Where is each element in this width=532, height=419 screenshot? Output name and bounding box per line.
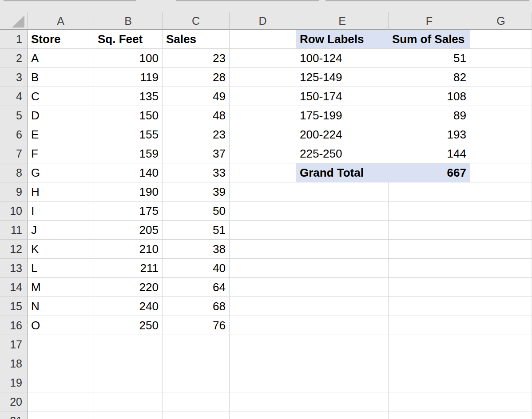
column-header-E[interactable]: E bbox=[296, 12, 389, 30]
cell-B21[interactable] bbox=[94, 411, 163, 419]
cell-D19[interactable] bbox=[230, 373, 296, 392]
cell-D1[interactable] bbox=[230, 30, 296, 49]
cell-B13[interactable]: 211 bbox=[94, 259, 163, 278]
cell-F14[interactable] bbox=[389, 278, 470, 297]
cell-A19[interactable] bbox=[28, 373, 94, 392]
cell-G6[interactable] bbox=[470, 125, 532, 144]
cell-E1[interactable]: Row Labels bbox=[296, 30, 389, 49]
cell-G11[interactable] bbox=[470, 221, 532, 240]
cell-C8[interactable]: 33 bbox=[163, 163, 230, 182]
row-header-20[interactable]: 20 bbox=[0, 392, 28, 411]
cell-C10[interactable]: 50 bbox=[163, 202, 230, 221]
cell-B19[interactable] bbox=[94, 373, 163, 392]
cell-E18[interactable] bbox=[296, 354, 389, 373]
cell-G16[interactable] bbox=[470, 316, 532, 335]
cell-F18[interactable] bbox=[389, 354, 470, 373]
row-header-1[interactable]: 1 bbox=[0, 30, 28, 49]
cell-E21[interactable] bbox=[296, 411, 389, 419]
cell-D20[interactable] bbox=[230, 392, 296, 411]
cell-F2[interactable]: 51 bbox=[389, 49, 470, 68]
cell-G21[interactable] bbox=[470, 411, 532, 419]
cell-A14[interactable]: M bbox=[28, 278, 94, 297]
cell-B8[interactable]: 140 bbox=[94, 163, 163, 182]
column-header-D[interactable]: D bbox=[230, 12, 296, 30]
cell-G4[interactable] bbox=[470, 87, 532, 106]
row-header-13[interactable]: 13 bbox=[0, 259, 28, 278]
cell-C21[interactable] bbox=[163, 411, 230, 419]
cell-B2[interactable]: 100 bbox=[94, 49, 163, 68]
cell-B16[interactable]: 250 bbox=[94, 316, 163, 335]
cell-G2[interactable] bbox=[470, 49, 532, 68]
cell-F7[interactable]: 144 bbox=[389, 144, 470, 163]
cell-C3[interactable]: 28 bbox=[163, 68, 230, 87]
cell-B7[interactable]: 159 bbox=[94, 144, 163, 163]
cell-G8[interactable] bbox=[470, 163, 532, 182]
cell-C4[interactable]: 49 bbox=[163, 87, 230, 106]
column-header-G[interactable]: G bbox=[470, 12, 532, 30]
row-header-16[interactable]: 16 bbox=[0, 316, 28, 335]
cell-A9[interactable]: H bbox=[28, 182, 94, 202]
cell-F1[interactable]: Sum of Sales bbox=[389, 30, 470, 49]
cell-D6[interactable] bbox=[230, 125, 296, 144]
cell-A4[interactable]: C bbox=[28, 87, 94, 106]
select-all-button[interactable] bbox=[0, 12, 28, 30]
cell-C20[interactable] bbox=[163, 392, 230, 411]
cell-C12[interactable]: 38 bbox=[163, 240, 230, 259]
cell-D4[interactable] bbox=[230, 87, 296, 106]
cell-B5[interactable]: 150 bbox=[94, 106, 163, 125]
cell-F3[interactable]: 82 bbox=[389, 68, 470, 87]
cell-F19[interactable] bbox=[389, 373, 470, 392]
row-header-10[interactable]: 10 bbox=[0, 202, 28, 221]
cell-C19[interactable] bbox=[163, 373, 230, 392]
cell-G19[interactable] bbox=[470, 373, 532, 392]
cell-B1[interactable]: Sq. Feet bbox=[94, 30, 163, 49]
row-header-15[interactable]: 15 bbox=[0, 297, 28, 316]
cell-C15[interactable]: 68 bbox=[163, 297, 230, 316]
cell-E8[interactable]: Grand Total bbox=[296, 163, 389, 182]
cell-E11[interactable] bbox=[296, 221, 389, 240]
row-header-11[interactable]: 11 bbox=[0, 221, 28, 240]
cell-D2[interactable] bbox=[230, 49, 296, 68]
cell-F4[interactable]: 108 bbox=[389, 87, 470, 106]
column-header-A[interactable]: A bbox=[28, 12, 94, 30]
cell-E17[interactable] bbox=[296, 335, 389, 354]
cell-D13[interactable] bbox=[230, 259, 296, 278]
cell-G1[interactable] bbox=[470, 30, 532, 49]
column-header-F[interactable]: F bbox=[389, 12, 470, 30]
cell-D17[interactable] bbox=[230, 335, 296, 354]
cell-A11[interactable]: J bbox=[28, 221, 94, 240]
row-header-8[interactable]: 8 bbox=[0, 163, 28, 182]
cell-B14[interactable]: 220 bbox=[94, 278, 163, 297]
cell-E2[interactable]: 100-124 bbox=[296, 49, 389, 68]
cell-D18[interactable] bbox=[230, 354, 296, 373]
cell-E10[interactable] bbox=[296, 202, 389, 221]
row-header-17[interactable]: 17 bbox=[0, 335, 28, 354]
cell-D10[interactable] bbox=[230, 202, 296, 221]
cell-G20[interactable] bbox=[470, 392, 532, 411]
cell-D11[interactable] bbox=[230, 221, 296, 240]
cell-A8[interactable]: G bbox=[28, 163, 94, 182]
row-header-5[interactable]: 5 bbox=[0, 106, 28, 125]
cell-C14[interactable]: 64 bbox=[163, 278, 230, 297]
column-header-B[interactable]: B bbox=[94, 12, 163, 30]
cell-A18[interactable] bbox=[28, 354, 94, 373]
cell-E9[interactable] bbox=[296, 182, 389, 202]
cell-E12[interactable] bbox=[296, 240, 389, 259]
cell-F10[interactable] bbox=[389, 202, 470, 221]
cell-G3[interactable] bbox=[470, 68, 532, 87]
cell-G14[interactable] bbox=[470, 278, 532, 297]
cell-E13[interactable] bbox=[296, 259, 389, 278]
cell-E7[interactable]: 225-250 bbox=[296, 144, 389, 163]
cell-F12[interactable] bbox=[389, 240, 470, 259]
cell-E4[interactable]: 150-174 bbox=[296, 87, 389, 106]
cell-C11[interactable]: 51 bbox=[163, 221, 230, 240]
cell-A16[interactable]: O bbox=[28, 316, 94, 335]
cell-F15[interactable] bbox=[389, 297, 470, 316]
row-header-4[interactable]: 4 bbox=[0, 87, 28, 106]
cell-A12[interactable]: K bbox=[28, 240, 94, 259]
cell-F21[interactable] bbox=[389, 411, 470, 419]
cell-B9[interactable]: 190 bbox=[94, 182, 163, 202]
cell-B6[interactable]: 155 bbox=[94, 125, 163, 144]
cell-G12[interactable] bbox=[470, 240, 532, 259]
cell-D21[interactable] bbox=[230, 411, 296, 419]
